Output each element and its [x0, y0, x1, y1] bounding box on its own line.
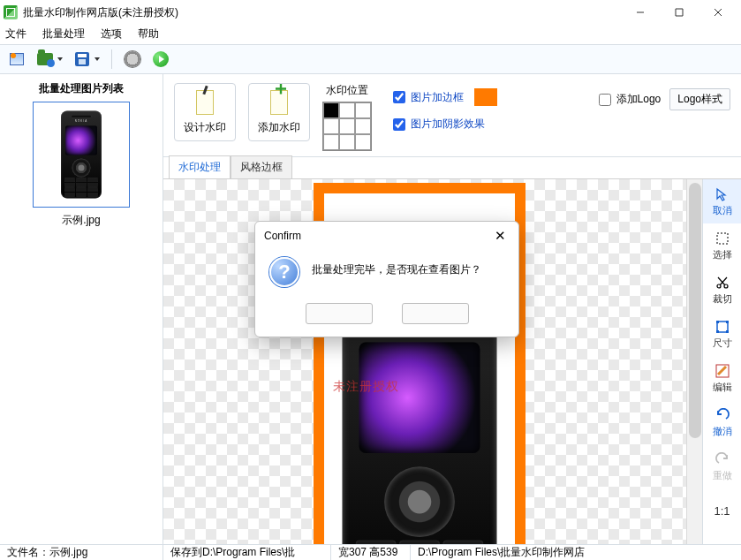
add-logo-label: 添加Logo — [616, 92, 662, 107]
redo-icon — [715, 451, 730, 467]
toolbar-open-folder-caret-icon[interactable] — [57, 49, 64, 69]
tab-border-style[interactable]: 风格边框 — [231, 155, 292, 178]
toolbar-run-icon[interactable] — [151, 49, 170, 69]
tool-redo[interactable]: 重做 — [703, 444, 741, 488]
svg-rect-6 — [716, 330, 719, 333]
add-border-label: 图片加边框 — [411, 90, 464, 105]
add-watermark-button[interactable]: 添加水印 — [248, 83, 310, 141]
design-watermark-button[interactable]: 设计水印 — [174, 83, 236, 141]
menu-help[interactable]: 帮助 — [138, 26, 159, 42]
watermark-position-block: 水印位置 — [322, 83, 372, 151]
dialog-no-button[interactable] — [402, 303, 469, 324]
image-list-header: 批量处理图片列表 — [39, 78, 124, 102]
dialog-close-button[interactable]: ✕ — [490, 226, 510, 246]
vertical-scrollbar[interactable] — [686, 179, 702, 544]
watermark-text: 未注册授权 — [333, 379, 399, 395]
confirm-dialog: Confirm ✕ ? 批量处理完毕，是否现在查看图片？ — [254, 221, 519, 337]
tool-zoom-ratio[interactable]: 1:1 — [703, 488, 741, 533]
add-watermark-label: 添加水印 — [258, 120, 300, 135]
scissors-icon — [715, 275, 730, 291]
status-program-path: D:\Program Files\批量水印制作网店 — [411, 545, 741, 560]
size-icon — [715, 319, 730, 335]
close-button[interactable] — [699, 0, 737, 25]
toolbar-open-folder-icon[interactable] — [35, 49, 55, 69]
toolbar-save-icon[interactable] — [72, 49, 92, 69]
tool-crop-label: 裁切 — [713, 292, 732, 306]
minimize-button[interactable] — [621, 0, 660, 25]
dialog-yes-button[interactable] — [306, 303, 373, 324]
tool-size-label: 尺寸 — [713, 337, 732, 350]
dialog-message: 批量处理完毕，是否现在查看图片？ — [312, 257, 481, 277]
add-shadow-input[interactable] — [393, 118, 405, 131]
toolbar — [0, 44, 741, 74]
phone-thumbnail-graphic: NOKIA — [61, 111, 102, 199]
toolbar-separator — [111, 49, 112, 69]
logo-style-button[interactable]: Logo样式 — [669, 88, 730, 110]
title-bar: 批量水印制作网店版(未注册授权) — [0, 0, 741, 25]
status-dimensions: 宽307 高539 — [331, 545, 411, 560]
tool-cancel-label: 取消 — [713, 204, 732, 217]
tool-edit-label: 编辑 — [713, 381, 732, 394]
toolbar-open-image-icon[interactable] — [7, 49, 26, 69]
tool-undo-label: 撤消 — [713, 425, 732, 438]
svg-rect-4 — [716, 321, 719, 323]
app-icon — [4, 5, 18, 19]
scrollbar-thumb[interactable] — [689, 183, 701, 438]
toolbar-save-caret-icon[interactable] — [94, 49, 101, 69]
add-logo-checkbox[interactable]: 添加Logo — [599, 92, 662, 107]
menu-file[interactable]: 文件 — [5, 26, 26, 42]
svg-rect-7 — [726, 330, 729, 333]
tab-watermark[interactable]: 水印处理 — [169, 155, 231, 178]
tool-edit[interactable]: 编辑 — [703, 356, 741, 400]
window-title: 批量水印制作网店版(未注册授权) — [23, 5, 178, 20]
pen-icon — [196, 90, 214, 115]
image-thumbnail[interactable]: NOKIA — [33, 102, 130, 208]
image-list-item[interactable]: NOKIA 示例.jpg — [15, 102, 147, 228]
watermark-position-grid[interactable] — [322, 102, 372, 151]
dialog-title: Confirm — [264, 230, 301, 242]
svg-rect-0 — [717, 233, 728, 244]
tool-redo-label: 重做 — [713, 469, 732, 482]
add-logo-input[interactable] — [599, 94, 611, 106]
design-watermark-label: 设计水印 — [184, 120, 226, 135]
status-filename-value: 示例.jpg — [49, 546, 87, 558]
status-filename-label: 文件名： — [7, 546, 49, 558]
question-icon: ? — [269, 257, 299, 287]
right-toolbox: 取消 选择 裁切 尺寸 编辑 — [702, 179, 741, 544]
tool-crop[interactable]: 裁切 — [703, 268, 741, 312]
tool-select-label: 选择 — [713, 248, 732, 261]
menu-bar: 文件 批量处理 选项 帮助 — [0, 25, 741, 44]
image-list-panel: 批量处理图片列表 NOKIA 示例.jpg — [0, 74, 163, 544]
status-save-path: 保存到D:\Program Files\批 — [163, 545, 331, 560]
menu-batch[interactable]: 批量处理 — [42, 26, 85, 42]
tool-size[interactable]: 尺寸 — [703, 312, 741, 356]
watermark-position-label: 水印位置 — [326, 83, 368, 98]
border-color-swatch[interactable] — [474, 88, 497, 106]
maximize-button[interactable] — [660, 0, 699, 25]
add-border-checkbox[interactable]: 图片加边框 — [393, 88, 497, 106]
toolbar-settings-icon[interactable] — [123, 49, 142, 69]
tool-cancel[interactable]: 取消 — [703, 179, 741, 223]
status-filename: 文件名：示例.jpg — [0, 545, 163, 560]
tool-undo[interactable]: 撤消 — [703, 400, 741, 444]
tool-select[interactable]: 选择 — [703, 223, 741, 268]
add-shadow-checkbox[interactable]: 图片加阴影效果 — [393, 117, 497, 132]
edit-icon — [715, 363, 730, 379]
undo-icon — [715, 407, 730, 423]
tool-zoom-label: 1:1 — [714, 504, 730, 518]
plus-icon — [270, 90, 288, 115]
tab-bar: 水印处理 风格边框 — [163, 157, 741, 178]
dialog-titlebar: Confirm ✕ — [255, 222, 518, 250]
image-thumbnail-label: 示例.jpg — [62, 213, 100, 228]
select-icon — [715, 231, 730, 246]
status-bar: 文件名：示例.jpg 保存到D:\Program Files\批 宽307 高5… — [0, 544, 741, 560]
menu-options[interactable]: 选项 — [101, 26, 122, 42]
add-shadow-label: 图片加阴影效果 — [411, 117, 485, 132]
svg-rect-5 — [726, 321, 729, 323]
cursor-icon — [715, 186, 730, 202]
options-bar: 设计水印 添加水印 水印位置 图片加边框 — [163, 74, 741, 157]
add-border-input[interactable] — [393, 91, 405, 103]
